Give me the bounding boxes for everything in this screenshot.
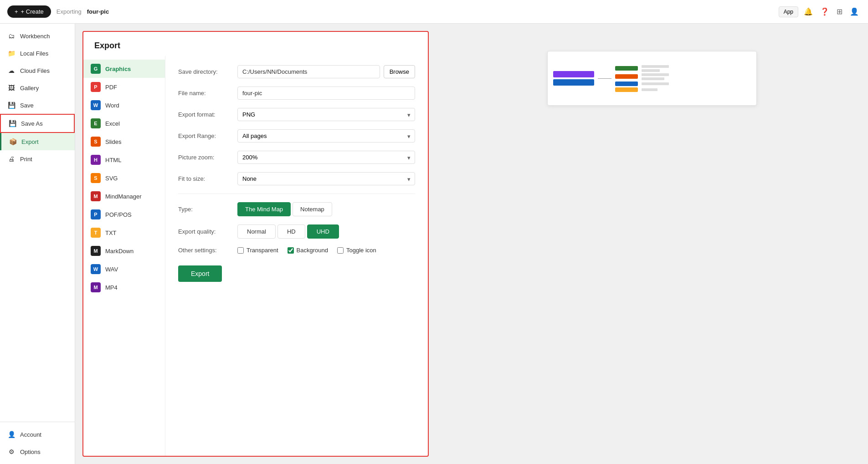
format-label-txt: TXT: [105, 229, 117, 236]
format-item-pof[interactable]: P POF/POS: [83, 205, 165, 224]
help-icon[interactable]: ❓: [818, 5, 831, 18]
background-label: Background: [297, 247, 328, 254]
graphics-format-icon: G: [91, 64, 101, 74]
create-button[interactable]: + + Create: [7, 5, 51, 18]
format-label-markdown: MarkDown: [105, 248, 134, 255]
export-settings: Save directory: Browse File name:: [165, 56, 428, 456]
format-item-slides[interactable]: S Slides: [83, 133, 165, 151]
export-icon: 📦: [9, 138, 17, 146]
transparent-checkbox-item[interactable]: Transparent: [237, 247, 278, 254]
save-directory-input[interactable]: [237, 65, 380, 78]
background-checkbox[interactable]: [288, 247, 294, 254]
sidebar-label-save: Save: [20, 102, 34, 109]
sidebar-item-options[interactable]: ⚙ Options: [0, 443, 75, 460]
fit-to-size-row: Fit to size: NoneA4Letter: [178, 172, 415, 185]
quality-uhd-button[interactable]: UHD: [307, 224, 339, 239]
format-label-mp4: MP4: [105, 284, 118, 291]
sidebar-item-cloud-files[interactable]: ☁ Cloud Files: [0, 62, 75, 79]
other-settings-control: Transparent Background Toggle icon: [237, 247, 415, 254]
toggle-icon-checkbox[interactable]: [337, 247, 344, 254]
format-item-mindmanager[interactable]: M MindManager: [83, 187, 165, 205]
export-format-row: Export format: PNGJPGBMP: [178, 108, 415, 121]
format-label-mindmanager: MindManager: [105, 193, 142, 200]
checkbox-group: Transparent Background Toggle icon: [237, 247, 415, 254]
format-label-graphics: Graphics: [105, 66, 131, 72]
preview-right-group-2: [615, 73, 669, 80]
format-label-html: HTML: [105, 157, 121, 163]
other-settings-row: Other settings: Transparent Background: [178, 247, 415, 254]
export-format-select[interactable]: PNGJPGBMP: [237, 108, 415, 121]
sidebar-item-save[interactable]: 💾 Save: [0, 97, 75, 114]
sidebar-item-workbench[interactable]: 🗂 Workbench: [0, 27, 75, 45]
options-icon: ⚙: [7, 448, 15, 456]
topbar: + + Create Exporting four-pic App 🔔 ❓ ⊞ …: [0, 0, 868, 24]
sidebar-item-print[interactable]: 🖨 Print: [0, 150, 75, 168]
notification-icon[interactable]: 🔔: [802, 5, 815, 18]
user-icon[interactable]: 👤: [848, 5, 861, 18]
sidebar-label-account: Account: [20, 431, 41, 438]
format-item-graphics[interactable]: G Graphics: [83, 60, 165, 78]
quality-group: Normal HD UHD: [237, 224, 415, 239]
html-format-icon: H: [91, 155, 101, 165]
toggle-icon-checkbox-item[interactable]: Toggle icon: [337, 247, 376, 254]
sidebar-label-print: Print: [20, 156, 32, 163]
background-checkbox-item[interactable]: Background: [288, 247, 328, 254]
type-mind-map-button[interactable]: The Mind Map: [237, 202, 291, 216]
format-item-html[interactable]: H HTML: [83, 151, 165, 169]
preview-small-node-orange: [615, 74, 638, 79]
type-group: The Mind Map Notemap: [237, 202, 415, 216]
type-notemap-button[interactable]: Notemap: [293, 202, 332, 216]
sidebar-item-account[interactable]: 👤 Account: [0, 426, 75, 443]
sidebar-item-local-files[interactable]: 📁 Local Files: [0, 45, 75, 62]
file-name-label: File name:: [178, 90, 237, 97]
mp4-format-icon: M: [91, 282, 101, 292]
sidebar-label-workbench: Workbench: [20, 33, 50, 40]
save-directory-control: Browse: [237, 65, 415, 78]
type-control: The Mind Map Notemap: [237, 202, 415, 216]
format-label-pof: POF/POS: [105, 211, 132, 218]
format-label-pdf: PDF: [105, 84, 117, 91]
local-files-icon: 📁: [7, 49, 15, 57]
quality-hd-button[interactable]: HD: [277, 224, 305, 239]
sidebar-item-save-as[interactable]: 💾 Save As: [0, 114, 75, 133]
file-name-input[interactable]: [237, 87, 415, 100]
picture-zoom-select[interactable]: 100%150%200%300%: [237, 151, 415, 164]
format-item-word[interactable]: W Word: [83, 96, 165, 114]
export-button[interactable]: Export: [178, 265, 222, 282]
quality-normal-button[interactable]: Normal: [237, 224, 276, 239]
sidebar: 🗂 Workbench 📁 Local Files ☁ Cloud Files …: [0, 24, 75, 464]
preview-right-group-4: [615, 87, 669, 92]
export-range-select[interactable]: All pagesCurrent page: [237, 129, 415, 143]
save-directory-row: Save directory: Browse: [178, 65, 415, 78]
fit-to-size-select[interactable]: NoneA4Letter: [237, 172, 415, 185]
export-panel: Export G Graphics P PDF W Word: [82, 31, 429, 457]
sidebar-label-local-files: Local Files: [20, 50, 48, 57]
sidebar-item-gallery[interactable]: 🖼 Gallery: [0, 79, 75, 97]
sidebar-bottom: 👤 Account ⚙ Options: [0, 422, 75, 460]
format-item-wav[interactable]: W WAV: [83, 260, 165, 278]
app-button[interactable]: App: [779, 6, 798, 17]
format-item-svg[interactable]: S SVG: [83, 169, 165, 187]
format-item-txt[interactable]: T TXT: [83, 224, 165, 242]
preview-small-node-yellow: [615, 87, 638, 92]
preview-text-line-3: [642, 73, 669, 76]
export-title: Export: [83, 32, 428, 56]
export-body: G Graphics P PDF W Word E Excel: [83, 56, 428, 456]
preview-card: [547, 51, 757, 106]
print-icon: 🖨: [7, 155, 15, 163]
preview-small-node-green: [615, 66, 638, 71]
format-item-pdf[interactable]: P PDF: [83, 78, 165, 96]
type-label: Type:: [178, 206, 237, 213]
transparent-checkbox[interactable]: [237, 247, 244, 254]
format-item-markdown[interactable]: M MarkDown: [83, 242, 165, 260]
browse-button[interactable]: Browse: [384, 65, 415, 78]
preview-right-nodes: [615, 65, 669, 92]
slides-format-icon: S: [91, 137, 101, 147]
export-range-row: Export Range: All pagesCurrent page: [178, 129, 415, 143]
sidebar-item-export[interactable]: 📦 Export: [0, 133, 75, 150]
format-item-excel[interactable]: E Excel: [83, 114, 165, 133]
sidebar-label-export: Export: [21, 138, 39, 145]
preview-text-line-4: [642, 77, 664, 80]
grid-icon[interactable]: ⊞: [835, 5, 844, 18]
format-item-mp4[interactable]: M MP4: [83, 278, 165, 296]
